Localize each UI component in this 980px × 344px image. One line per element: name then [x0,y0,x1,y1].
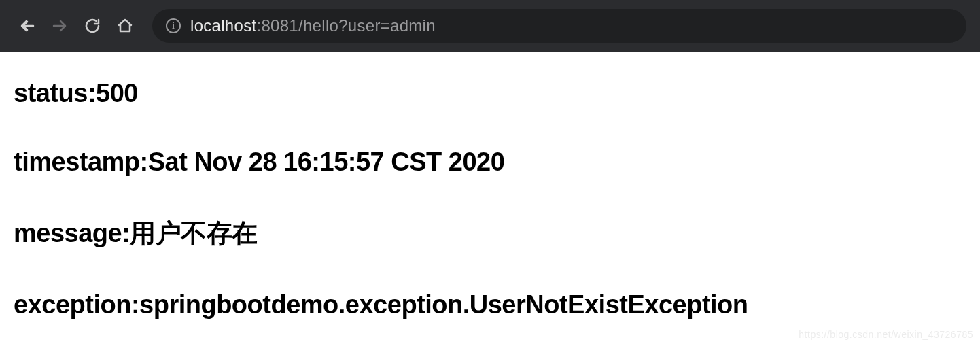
reload-button[interactable] [79,12,106,39]
status-line: status:500 [14,79,966,108]
home-icon [117,18,133,34]
info-glyph: i [172,20,175,31]
url-rest: :8081/hello?user=admin [256,16,435,35]
site-info-icon[interactable]: i [166,18,181,33]
reload-icon [84,18,101,34]
forward-button[interactable] [46,12,73,39]
exception-line: exception:springbootdemo.exception.UserN… [14,290,966,320]
arrow-left-icon [19,18,35,34]
watermark: https://blog.csdn.net/weixin_43726785 [799,329,973,340]
url-host: localhost [190,16,256,35]
timestamp-line: timestamp:Sat Nov 28 16:15:57 CST 2020 [14,148,966,177]
page-content: status:500 timestamp:Sat Nov 28 16:15:57… [0,52,980,320]
back-button[interactable] [14,12,41,39]
message-line: message:用户不存在 [14,216,966,251]
address-bar[interactable]: i localhost:8081/hello?user=admin [152,9,966,43]
home-button[interactable] [111,12,139,39]
arrow-right-icon [52,18,68,34]
browser-toolbar: i localhost:8081/hello?user=admin [0,0,980,52]
url-display: localhost:8081/hello?user=admin [190,16,436,35]
